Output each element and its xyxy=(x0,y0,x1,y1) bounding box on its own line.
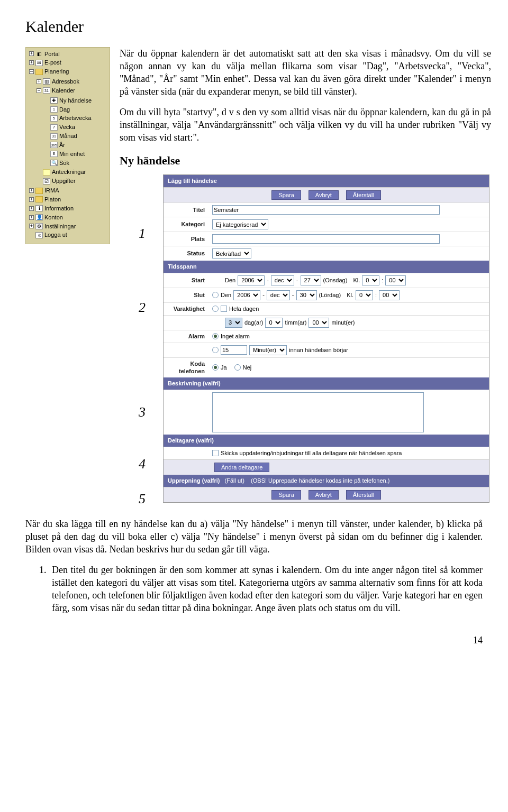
tree-arbetsvecka[interactable]: 5Arbetsvecka xyxy=(43,114,108,123)
expand-link[interactable]: (Fäll ut) xyxy=(225,477,244,484)
select-start-year[interactable]: 2006 xyxy=(238,275,265,285)
reset-button[interactable]: Återställ xyxy=(346,190,381,200)
label-varaktighet: Varaktighet xyxy=(167,305,210,313)
select-start-month[interactable]: dec xyxy=(271,275,294,285)
tree-loggaut[interactable]: ⎋Logga ut xyxy=(28,230,108,239)
select-end-year[interactable]: 2006 xyxy=(233,290,260,300)
save-button-bottom[interactable]: Spara xyxy=(271,490,301,500)
plus-icon[interactable]: + xyxy=(29,197,34,202)
tree-ar[interactable]: 365År xyxy=(43,141,108,150)
minus-icon[interactable]: – xyxy=(29,69,34,74)
marker-1: 1 xyxy=(139,224,146,243)
tree-sok[interactable]: 🔍Sök xyxy=(43,159,108,168)
select-end-hour[interactable]: 0 xyxy=(356,290,373,300)
textarea-beskrivning[interactable] xyxy=(212,392,424,432)
tree-planering[interactable]: –Planering +▥Adressbok –31Kalender ✚Ny h… xyxy=(28,67,108,186)
label-plats: Plats xyxy=(167,235,210,243)
plus-icon[interactable]: + xyxy=(29,60,34,65)
select-kategori[interactable]: Ej kategoriserad xyxy=(212,219,268,229)
plus-icon[interactable]: + xyxy=(29,51,34,56)
marker-4: 4 xyxy=(139,455,146,473)
label-status: Status xyxy=(167,250,210,257)
tree-minenhet[interactable]: EMin enhet xyxy=(43,150,108,159)
input-titel[interactable] xyxy=(212,205,440,215)
tree-information[interactable]: +ℹInformation xyxy=(28,204,108,213)
tree-platon[interactable]: +Platon xyxy=(28,195,108,204)
radio-alarm-set[interactable] xyxy=(212,347,219,353)
day-icon: 1 xyxy=(50,106,58,113)
input-alarm-value[interactable] xyxy=(221,345,247,355)
marker-5: 5 xyxy=(139,490,146,508)
subheading-nyhandelse: Ny händelse xyxy=(120,153,491,169)
text-dag: dag(ar) xyxy=(244,319,263,327)
folder-icon xyxy=(35,196,43,202)
text-heladagen: Hela dagen xyxy=(229,305,259,313)
cancel-button[interactable]: Avbryt xyxy=(309,190,339,200)
edit-participants-button[interactable]: Ändra deltagare xyxy=(214,463,269,472)
radio-alarm-none[interactable] xyxy=(212,333,219,339)
select-end-month[interactable]: dec xyxy=(267,290,290,300)
new-icon: ✚ xyxy=(50,97,58,104)
marker-2: 2 xyxy=(139,298,146,317)
tree-konton[interactable]: +👤Konton xyxy=(28,213,108,222)
plus-icon[interactable]: + xyxy=(29,224,34,228)
gear-icon: ⚙ xyxy=(35,223,43,229)
tree-manad[interactable]: 31Månad xyxy=(43,132,108,141)
tree-anteckningar[interactable]: Anteckningar xyxy=(35,168,108,177)
tree-dag[interactable]: 1Dag xyxy=(43,105,108,114)
tree-nyhandelse[interactable]: ✚Ny händelse xyxy=(43,96,108,105)
radio-slut-date[interactable] xyxy=(212,292,219,298)
save-button[interactable]: Spara xyxy=(271,190,301,200)
text-min: minut(er) xyxy=(331,319,355,327)
portal-icon: ◧ xyxy=(35,51,43,57)
select-start-min[interactable]: 00 xyxy=(385,275,406,285)
tree-installningar[interactable]: +⚙Inställningar xyxy=(28,222,108,231)
intro-p1: När du öppnar kalendern är det automatis… xyxy=(120,47,491,98)
text-obs: (OBS! Upprepade händelser kodas inte på … xyxy=(251,477,389,484)
page-number: 14 xyxy=(25,634,483,647)
text-nej: Nej xyxy=(243,364,252,372)
tree-portal[interactable]: +◧Portal xyxy=(28,50,108,59)
checkbox-skicka[interactable] xyxy=(212,450,219,456)
select-end-day[interactable]: 30 xyxy=(296,290,317,300)
minus-icon[interactable]: – xyxy=(37,88,41,93)
plus-icon[interactable]: + xyxy=(37,79,41,84)
label-alarm: Alarm xyxy=(167,333,210,340)
plus-icon[interactable]: + xyxy=(29,188,34,193)
text-skicka: Skicka uppdatering/inbjudningar till all… xyxy=(221,449,402,457)
add-event-form: Lägg till händelse Spara Avbryt Återstäl… xyxy=(163,174,489,502)
select-end-min[interactable]: 00 xyxy=(379,290,400,300)
select-start-hour[interactable]: 0 xyxy=(362,275,379,285)
select-duration-min[interactable]: 00 xyxy=(309,318,329,328)
book-icon: ▥ xyxy=(43,78,50,85)
user-icon: 👤 xyxy=(35,214,43,220)
list-item-1: Den titel du ger bokningen är den som ko… xyxy=(49,564,483,615)
tree-epost[interactable]: +✉E-post xyxy=(28,58,108,67)
tree-vecka[interactable]: 7Vecka xyxy=(43,123,108,132)
tree-adressbok[interactable]: +▥Adressbok xyxy=(35,77,108,86)
radio-heladagen[interactable] xyxy=(212,306,219,312)
tree-uppgifter[interactable]: ☑Uppgifter xyxy=(35,177,108,186)
cancel-button-bottom[interactable]: Avbryt xyxy=(309,490,339,500)
text-kl: Kl. xyxy=(353,276,360,284)
page-title: Kalender xyxy=(25,16,483,38)
section-upprepning: Upprepning (valfri) (Fäll ut) (OBS! Uppr… xyxy=(164,475,489,487)
tree-irma[interactable]: +IRMA xyxy=(28,186,108,195)
select-start-day[interactable]: 27 xyxy=(301,275,321,285)
task-icon: ☑ xyxy=(43,178,50,184)
reset-button-bottom[interactable]: Återställ xyxy=(346,490,381,500)
select-duration-hours[interactable]: 0 xyxy=(265,318,283,328)
text-weekday-end: (Lördag) xyxy=(319,291,341,299)
plus-icon[interactable]: + xyxy=(29,215,34,220)
select-duration-days[interactable]: 3 xyxy=(225,318,242,328)
tree-kalender[interactable]: –31Kalender ✚Ny händelse 1Dag 5Arbetsvec… xyxy=(35,86,108,168)
select-status[interactable]: Bekräftad xyxy=(212,248,251,259)
radio-koda-nej[interactable] xyxy=(234,364,241,371)
radio-koda-ja[interactable] xyxy=(212,364,219,371)
input-plats[interactable] xyxy=(212,234,440,244)
intro-p2: Om du vill byta "startvy", d v s den vy … xyxy=(120,106,491,144)
checkbox-heladagen[interactable] xyxy=(221,306,227,312)
plus-icon[interactable]: + xyxy=(29,206,34,211)
label-start: Start xyxy=(167,276,210,284)
select-alarm-unit[interactable]: Minut(er) xyxy=(249,345,287,355)
